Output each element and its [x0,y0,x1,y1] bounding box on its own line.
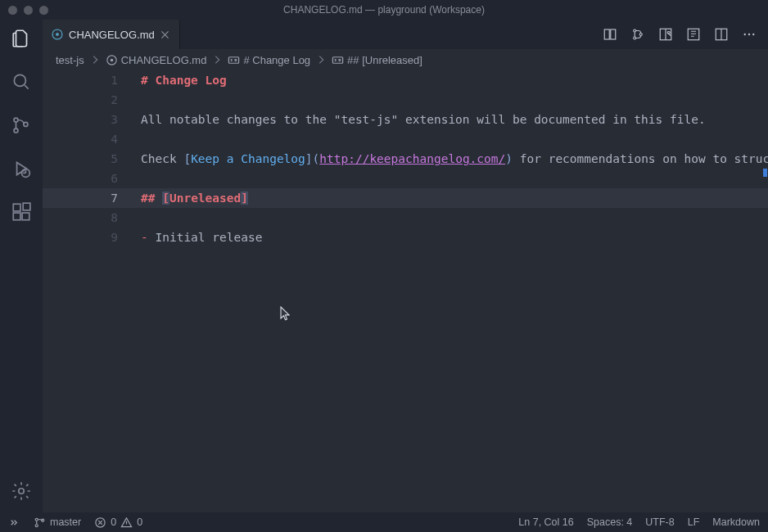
code-line[interactable]: ## [Unreleased] [141,188,752,208]
svg-point-0 [14,74,25,86]
extensions-icon[interactable] [11,201,32,225]
open-preview-icon[interactable] [658,27,673,42]
code-line[interactable]: All notable changes to the "test-js" ext… [141,110,752,129]
tab-close-icon[interactable] [160,29,171,40]
svg-rect-5 [13,204,20,211]
error-icon [94,516,106,529]
status-lncol[interactable]: Ln 7, Col 16 [518,516,573,528]
window-title: CHANGELOG.md — playground (Workspace) [0,4,768,16]
title-bar: CHANGELOG.md — playground (Workspace) [0,0,768,20]
mouse-cursor-icon [280,306,290,321]
remote-indicator[interactable] [8,516,20,529]
svg-rect-12 [604,29,609,39]
status-encoding[interactable]: UTF-8 [645,516,674,528]
chevron-right-icon [211,54,223,65]
settings-gear-icon[interactable] [11,480,32,504]
svg-rect-7 [22,213,29,220]
status-language[interactable]: Markdown [712,516,760,528]
svg-point-28 [35,518,38,521]
svg-rect-27 [333,56,343,63]
status-problems[interactable]: 0 0 [94,516,142,529]
svg-point-2 [14,128,18,133]
activity-bar [0,20,43,512]
svg-rect-13 [611,29,616,39]
svg-point-1 [14,118,18,122]
symbol-string-icon [332,54,344,66]
code-line[interactable] [141,169,752,188]
svg-point-9 [19,489,25,494]
tab-label: CHANGELOG.md [69,29,155,41]
ruler-mark [763,169,767,177]
run-debug-icon[interactable] [11,158,32,182]
overview-ruler[interactable] [757,70,768,512]
svg-point-11 [56,34,59,36]
chevron-right-icon [89,54,101,65]
explorer-icon[interactable] [11,28,32,52]
code-line[interactable] [141,129,752,149]
svg-point-14 [634,29,636,32]
source-control-icon[interactable] [11,115,32,138]
status-bar: master 0 0 Ln 7, Col 16 Spaces: 4 UTF-8 … [0,512,768,532]
tabs-row: CHANGELOG.md [43,20,768,49]
code-line[interactable] [141,208,752,228]
code-line[interactable]: - Initial release [141,228,752,247]
svg-rect-8 [23,203,30,210]
preview-file-icon [106,54,118,66]
split-editor-icon[interactable] [714,27,729,42]
warning-icon [120,516,133,529]
svg-point-16 [639,34,642,36]
svg-point-23 [752,34,754,35]
breadcrumb-h2[interactable]: ## [Unreleased] [332,54,422,66]
editor[interactable]: 1 2 3 4 5 6 7 8 9 # Change Log All notab… [43,70,768,512]
search-icon[interactable] [11,71,32,95]
git-branch-icon [34,516,46,529]
svg-point-25 [111,59,113,61]
open-changes-icon[interactable] [630,27,645,42]
status-indent[interactable]: Spaces: 4 [587,516,633,528]
code-line[interactable] [141,90,752,110]
more-actions-icon[interactable] [742,27,757,42]
svg-point-15 [634,37,636,39]
chevron-right-icon [315,54,327,65]
svg-rect-19 [688,29,699,40]
svg-point-21 [744,34,746,35]
tab-changelog[interactable]: CHANGELOG.md [43,20,180,49]
compare-changes-icon[interactable] [603,27,617,42]
breadcrumb-file[interactable]: CHANGELOG.md [106,54,207,66]
svg-rect-26 [229,56,239,63]
preview-file-icon [51,28,64,41]
breadcrumb: test-js CHANGELOG.md # Change Log ## [Un… [43,49,768,70]
code-line[interactable]: # Change Log [141,70,752,90]
code-line[interactable]: Check [Keep a Changelog](http://keepacha… [141,149,752,169]
status-branch[interactable]: master [34,516,81,529]
svg-rect-6 [13,213,20,220]
svg-point-29 [35,524,38,526]
editor-actions [603,20,768,49]
breadcrumb-root[interactable]: test-js [56,54,84,66]
code-area[interactable]: # Change Log All notable changes to the … [141,70,752,247]
gutter: 1 2 3 4 5 6 7 8 9 [43,70,133,512]
svg-point-22 [748,34,750,35]
breadcrumb-h1[interactable]: # Change Log [228,54,310,66]
symbol-string-icon [228,54,240,66]
run-file-icon[interactable] [686,27,701,42]
status-eol[interactable]: LF [688,516,700,528]
